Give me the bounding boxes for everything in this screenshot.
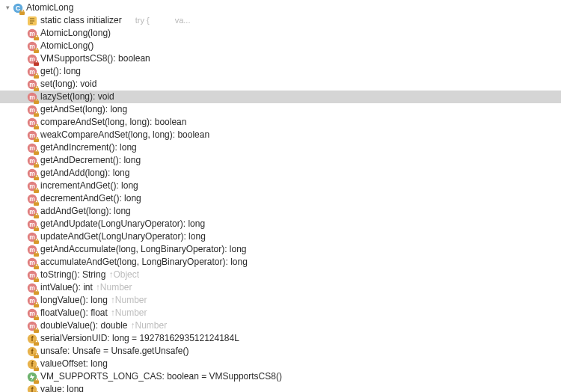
method-icon — [27, 295, 37, 306]
field-icon — [27, 346, 37, 357]
member-label: AtomicLong() — [40, 40, 94, 52]
member-label: intValue(): int↑Number — [40, 281, 132, 294]
code-hint: va... — [175, 14, 191, 27]
method-node[interactable]: getAndIncrement(): long — [0, 141, 561, 154]
lock-icon — [34, 111, 39, 117]
method-icon — [27, 181, 37, 192]
field-node[interactable]: value: long — [0, 383, 561, 392]
member-label: VMSupportsCS8(): boolean — [40, 52, 150, 65]
inherited-from-label: ↑Number — [96, 282, 132, 293]
method-icon — [27, 130, 37, 141]
method-icon — [27, 105, 37, 115]
lock-icon — [34, 315, 39, 320]
member-label: compareAndSet(long, long): boolean — [40, 116, 186, 129]
method-icon — [27, 67, 37, 77]
method-node[interactable]: getAndSet(long): long — [0, 103, 561, 116]
method-node[interactable]: AtomicLong() — [0, 40, 561, 52]
method-node[interactable]: longValue(): long↑Number — [0, 294, 561, 307]
method-icon — [27, 283, 37, 293]
method-icon — [27, 79, 37, 90]
method-node[interactable]: AtomicLong(long) — [0, 27, 561, 40]
method-node[interactable]: decrementAndGet(): long — [0, 192, 561, 205]
class-name-label: AtomicLong — [26, 1, 73, 14]
member-label: set(long): void — [40, 78, 96, 91]
structure-tree[interactable]: ▾ AtomicLong static class initializer tr… — [0, 0, 561, 392]
inherited-from-label: ↑Number — [111, 307, 147, 318]
method-node[interactable]: lazySet(long): void — [0, 91, 561, 103]
member-label: addAndGet(long): long — [40, 205, 131, 218]
member-label: getAndIncrement(): long — [40, 141, 137, 154]
static-init-label: static class initializer — [40, 14, 122, 27]
class-icon — [13, 3, 23, 13]
member-label: floatValue(): float↑Number — [40, 307, 147, 319]
method-node[interactable]: compareAndSet(long, long): boolean — [0, 116, 561, 129]
inherited-from-label: ↑Object — [108, 269, 139, 280]
method-node[interactable]: updateAndGet(LongUnaryOperator): long — [0, 230, 561, 243]
class-node[interactable]: ▾ AtomicLong — [0, 1, 561, 14]
method-icon — [27, 143, 37, 153]
lock-icon — [34, 328, 39, 333]
lock-icon — [34, 86, 39, 91]
method-icon — [27, 168, 37, 179]
member-label: get(): long — [40, 65, 81, 78]
method-node[interactable]: VMSupportsCS8(): boolean — [0, 52, 561, 65]
method-node[interactable]: getAndAdd(long): long — [0, 167, 561, 180]
method-node[interactable]: incrementAndGet(): long — [0, 180, 561, 192]
field-node[interactable]: unsafe: Unsafe = Unsafe.getUnsafe() — [0, 345, 561, 358]
static-initializer-node[interactable]: static class initializer try { va... — [0, 14, 561, 27]
member-label: incrementAndGet(): long — [40, 180, 138, 192]
method-node[interactable]: accumulateAndGet(long, LongBinaryOperato… — [0, 256, 561, 269]
lock-icon — [34, 290, 39, 295]
method-icon — [27, 117, 37, 128]
field-icon — [27, 385, 37, 393]
lock-icon — [34, 124, 39, 129]
field-special-icon — [27, 372, 37, 382]
lock-icon — [34, 239, 39, 244]
method-icon — [27, 245, 37, 255]
code-hint: try { — [135, 14, 150, 27]
lock-icon — [34, 48, 39, 53]
method-node[interactable]: doubleValue(): double↑Number — [0, 319, 561, 332]
method-node[interactable]: addAndGet(long): long — [0, 205, 561, 218]
method-icon — [27, 232, 37, 242]
lock-icon — [34, 200, 39, 206]
member-label: decrementAndGet(): long — [40, 192, 141, 205]
lock-icon — [34, 137, 39, 142]
method-node[interactable]: weakCompareAndSet(long, long): boolean — [0, 129, 561, 141]
method-icon — [27, 219, 37, 230]
method-node[interactable]: getAndUpdate(LongUnaryOperator): long — [0, 218, 561, 230]
lock-icon — [34, 99, 39, 104]
lock-icon — [34, 379, 39, 384]
member-label: updateAndGet(LongUnaryOperator): long — [40, 230, 206, 243]
method-icon — [27, 257, 37, 268]
lock-icon — [19, 10, 25, 15]
lock-icon — [34, 162, 39, 168]
method-node[interactable]: getAndDecrement(): long — [0, 154, 561, 167]
lock-icon — [34, 340, 39, 346]
field-node[interactable]: VM_SUPPORTS_LONG_CAS: boolean = VMSuppor… — [0, 370, 561, 383]
field-icon — [27, 334, 37, 344]
method-node[interactable]: toString(): String↑Object — [0, 269, 561, 281]
member-label: value: long — [40, 383, 84, 392]
field-node[interactable]: serialVersionUID: long = 192781629351212… — [0, 332, 561, 345]
lock-icon — [34, 226, 39, 231]
member-label: getAndDecrement(): long — [40, 154, 141, 167]
method-node[interactable]: getAndAccumulate(long, LongBinaryOperato… — [0, 243, 561, 256]
inherited-from-label: ↑Number — [131, 320, 168, 331]
method-node[interactable]: set(long): void — [0, 78, 561, 91]
member-label: weakCompareAndSet(long, long): boolean — [40, 129, 209, 141]
lock-icon — [34, 213, 39, 218]
method-icon — [27, 41, 37, 52]
field-node[interactable]: valueOffset: long — [0, 358, 561, 370]
member-label: VM_SUPPORTS_LONG_CAS: boolean = VMSuppor… — [40, 370, 282, 383]
member-label: AtomicLong(long) — [40, 27, 111, 40]
method-node[interactable]: intValue(): int↑Number — [0, 281, 561, 294]
lock-icon — [34, 188, 39, 193]
field-icon — [27, 359, 37, 370]
lock-icon — [34, 251, 39, 257]
method-node[interactable]: get(): long — [0, 65, 561, 78]
member-label: lazySet(long): void — [40, 91, 114, 103]
expand-toggle-icon[interactable]: ▾ — [3, 1, 12, 14]
method-node[interactable]: floatValue(): float↑Number — [0, 307, 561, 319]
member-label: getAndUpdate(LongUnaryOperator): long — [40, 218, 205, 230]
